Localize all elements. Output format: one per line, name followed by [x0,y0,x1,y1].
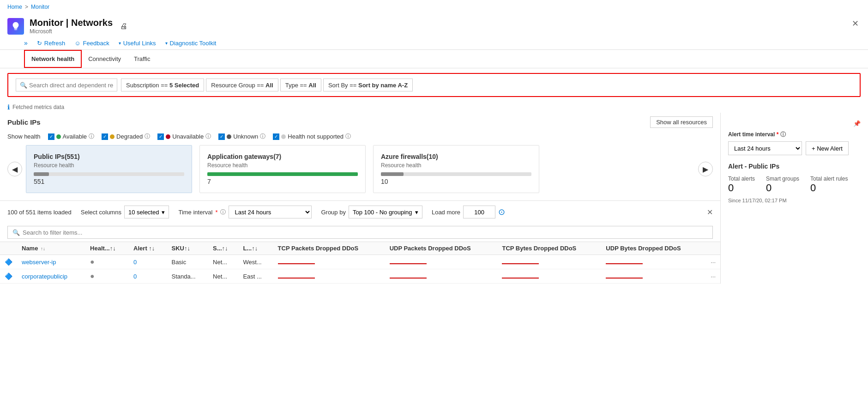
row2-udp-bytes-chart [601,269,706,284]
columns-selected-value: 10 selected [128,209,159,216]
select-columns-label: Select columns [81,209,121,216]
row2-alert-link[interactable]: 0 [133,273,137,280]
not-supported-dot [281,134,286,139]
close-bottom-bar-button[interactable]: ✕ [707,208,713,217]
filter-search-input[interactable] [29,82,113,89]
breadcrumb-separator: > [25,4,28,10]
row1-s-cell: Net... [208,255,238,269]
table-search-box[interactable]: 🔍 [7,226,713,239]
row1-l-cell: West... [238,255,273,269]
row2-s-cell: Net... [208,269,238,284]
select-columns-control: Select columns 10 selected ▾ [81,206,169,218]
prev-card-button[interactable]: ◀ [7,162,22,176]
expand-nav[interactable]: » [24,39,28,47]
alert-since: Since 11/17/20, 02:17 PM [728,198,861,203]
group-by-label: Group by [321,209,345,216]
degraded-checkbox[interactable]: ✓ [102,133,108,140]
row2-health-cell: ● [85,269,129,284]
refresh-button[interactable]: ↻ Refresh [37,40,66,47]
time-interval-right-select[interactable]: Last 24 hours Last 12 hours Last 6 hours… [728,141,802,155]
row1-udp-bytes-line [606,263,643,264]
unavailable-checkbox[interactable]: ✓ [157,133,164,140]
card-public-ips-label: Resource health [34,162,184,169]
col-header-health[interactable]: Healt...↑↓ [85,242,129,255]
available-label: Available [63,133,87,140]
feedback-button[interactable]: ☺ Feedback [74,40,109,47]
table-search: 🔍 [0,223,720,242]
row2-tcp-bytes-chart [497,269,601,284]
type-filter-pill[interactable]: Type == All [280,79,321,91]
row1-udp-chart [385,255,498,269]
group-by-dropdown[interactable]: Top 100 - No grouping ▾ [349,206,422,218]
available-checkbox[interactable]: ✓ [48,133,54,140]
col-header-tcp-bytes: TCP Bytes Dropped DDoS [497,242,601,255]
health-unavailable[interactable]: ✓ Unavailable ⓘ [157,133,211,140]
filter-search-box[interactable]: 🔍 [16,79,117,91]
health-unknown[interactable]: ✓ Unknown ⓘ [218,133,265,140]
tab-connectivity[interactable]: Connectivity [82,51,127,67]
col-header-sku[interactable]: SKU↑↓ [167,242,208,255]
row2-sku-cell: Standa... [167,269,208,284]
unknown-info-icon[interactable]: ⓘ [260,133,265,140]
load-more-go-button[interactable]: ⊙ [498,207,505,217]
row1-name-link[interactable]: webserver-ip [22,259,56,266]
sort-by-filter-pill[interactable]: Sort By == Sort by name A-Z [323,79,413,91]
req-star: * [215,209,217,216]
available-info-icon[interactable]: ⓘ [89,133,94,140]
unknown-dot [227,134,231,139]
subscription-filter-pill[interactable]: Subscription == 5 Selected [121,79,204,91]
alert-time-label: Alert time interval * ⓘ [728,131,861,139]
columns-chevron-icon: ▾ [162,209,165,216]
row2-name-link[interactable]: corporatepublicip [22,273,67,280]
tab-network-health[interactable]: Network health [24,50,82,68]
smart-groups-value: 0 [766,182,799,194]
card-azure-firewalls-progress-bg [381,172,531,176]
show-all-resources-button[interactable]: Show all resources [650,116,713,128]
unknown-checkbox[interactable]: ✓ [218,133,225,140]
unavailable-info-icon[interactable]: ⓘ [205,133,211,140]
tab-traffic[interactable]: Traffic [127,51,157,67]
useful-links-button[interactable]: ▾ Useful Links [119,40,156,47]
row1-alert-link[interactable]: 0 [133,259,137,266]
row1-tcp-bytes-line [502,263,539,264]
not-supported-info-icon[interactable]: ⓘ [345,133,351,140]
col-header-name[interactable]: Name ↑↓ [17,242,85,255]
unavailable-label: Unavailable [172,133,204,140]
time-interval-control: Time interval * ⓘ Last 24 hours Last 12 … [178,206,312,218]
section-title: Public IPs [7,118,41,126]
close-button[interactable]: ✕ [850,18,861,30]
col-header-s[interactable]: S...↑↓ [208,242,238,255]
name-sort-icon[interactable]: ↑↓ [41,246,45,251]
print-button[interactable]: 🖨 [118,20,129,32]
resource-group-filter-pill[interactable]: Resource Group == All [206,79,278,91]
feedback-icon: ☺ [74,40,80,47]
new-alert-button[interactable]: + New Alert [806,141,849,155]
diagnostic-toolkit-button[interactable]: ▾ Diagnostic Toolkit [165,40,217,47]
degraded-info-icon[interactable]: ⓘ [145,133,150,140]
alert-time-info-icon[interactable]: ⓘ [780,131,786,138]
health-degraded[interactable]: ✓ Degraded ⓘ [102,133,150,140]
not-supported-checkbox[interactable]: ✓ [273,133,279,140]
health-not-supported[interactable]: ✓ Health not supported ⓘ [273,133,351,140]
breadcrumb-home[interactable]: Home [7,4,22,10]
col-header-l[interactable]: L...↑↓ [238,242,273,255]
total-alerts-value: 0 [728,182,755,194]
next-card-button[interactable]: ▶ [698,162,713,176]
col-header-alert[interactable]: Alert ↑↓ [129,242,167,255]
card-public-ips-count: 551 [34,178,184,185]
time-interval-select[interactable]: Last 24 hours Last 12 hours Last 6 hours… [229,206,312,218]
pin-icon-wrapper[interactable]: 📌 [728,120,861,127]
section-header: Public IPs Show all resources [0,113,720,131]
row2-more-cell[interactable]: ··· [706,269,720,284]
load-more-input[interactable] [463,206,495,218]
col-header-icon [0,242,17,255]
table-search-input[interactable] [23,229,708,236]
breadcrumb-monitor[interactable]: Monitor [31,4,49,10]
select-columns-dropdown[interactable]: 10 selected ▾ [124,206,169,218]
cards-area: ◀ Public IPs(551) Resource health 551 Ap… [0,145,720,200]
row1-more-cell[interactable]: ··· [706,255,720,269]
time-interval-info-icon[interactable]: ⓘ [220,208,226,216]
page-title: Monitor | Networks [30,18,113,28]
main-content: Public IPs Show all resources Show healt… [0,113,868,284]
health-available[interactable]: ✓ Available ⓘ [48,133,95,140]
